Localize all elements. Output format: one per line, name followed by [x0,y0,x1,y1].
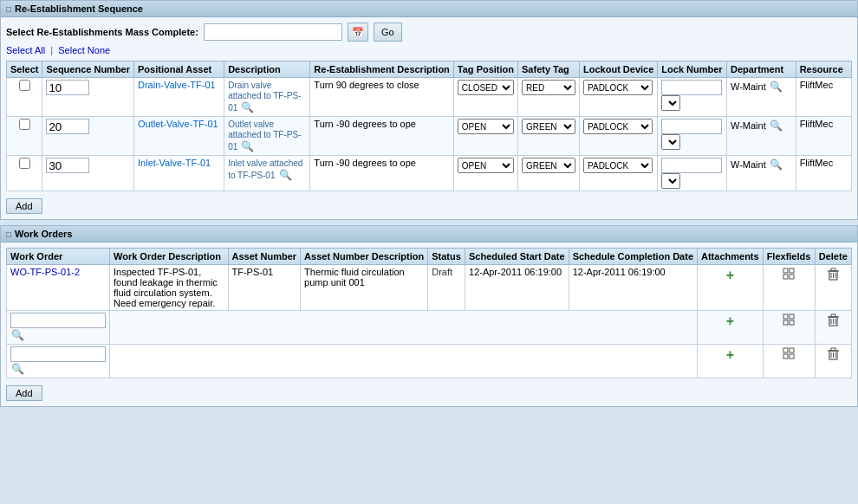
row2-pos-asset-link[interactable]: Outlet-Valve-TF-01 [138,119,218,129]
row3-seq-input[interactable] [46,158,89,173]
row1-tag-pos-cell: CLOSED OPEN [453,78,517,117]
calendar-button[interactable]: 📅 [348,23,368,42]
svg-rect-11 [790,314,794,319]
row1-safety-tag-select[interactable]: RED GREEN [522,80,575,95]
row3-lockout-select[interactable]: PADLOCK [583,158,653,173]
go-button[interactable]: Go [374,23,402,42]
wo1-assetdesc-cell: Thermic fluid circulation pump unit 001 [301,265,428,311]
row1-tag-pos-select[interactable]: CLOSED OPEN [458,80,514,95]
col-sequence: Sequence Number [42,61,134,78]
row2-locknum-select[interactable]: ▼ [661,134,680,150]
wo-col-workorder: Work Order [7,249,110,265]
row1-pos-desc: Drain valve attached to TF-PS-01 [228,81,301,113]
wo-empty-row1-flex [763,311,815,345]
row2-resource-cell: FliftMec [796,117,851,156]
row1-resource-cell: FliftMec [796,78,851,117]
row1-pos-asset-link[interactable]: Drain-Valve-TF-01 [138,80,216,90]
row3-locknum-input[interactable] [661,158,722,173]
row2-pos-desc-cell: Outlet valve attached to TF-PS-01 🔍 [224,117,310,156]
wo1-status: Draft [432,267,452,277]
row1-reest-desc: Turn 90 degrees to close [314,80,419,90]
row3-tag-pos-cell: CLOSED OPEN [453,156,517,191]
row1-seq-cell [42,78,134,117]
row3-checkbox[interactable] [19,158,30,169]
wo-col-startdate: Scheduled Start Date [465,249,569,265]
collapse-icon[interactable]: □ [6,4,11,14]
wo1-compdate-cell: 12-Apr-2011 06:19:00 [569,265,697,311]
wo-empty-row1-flex-btn[interactable] [782,313,796,329]
wo-empty-row1-input[interactable] [10,313,106,328]
grid-icon-3 [783,347,795,359]
row1-locknum-input[interactable] [661,80,722,95]
row3-locknum-select[interactable]: ▼ [661,173,680,189]
wo1-attach-add-btn[interactable]: + [725,267,735,284]
add-sequence-button[interactable]: Add [6,198,42,214]
wo-col-flex: Flexfields [763,249,815,265]
wo1-startdate: 12-Apr-2011 06:19:00 [469,267,562,277]
row3-safety-tag-select[interactable]: RED GREEN [522,158,575,173]
svg-rect-21 [790,348,794,352]
row3-pos-asset-link[interactable]: Inlet-Valve-TF-01 [138,158,211,168]
row2-tag-pos-cell: CLOSED OPEN [453,117,517,156]
row2-pos-search-btn[interactable]: 🔍 [240,139,255,153]
row3-dept-search-btn[interactable]: 🔍 [769,158,783,171]
row1-lockout-cell: PADLOCK [580,78,658,117]
row2-seq-input[interactable] [46,119,89,134]
row3-lockout-cell: PADLOCK [580,156,658,191]
wo1-desc: Inspected TF-PS-01, found leakage in the… [114,267,218,308]
wo-empty-row1-delete-btn[interactable] [827,313,840,330]
row1-reest-desc-cell: Turn 90 degrees to close [310,78,453,117]
row2-safety-tag-cell: RED GREEN [518,117,580,156]
row2-lockout-select[interactable]: PADLOCK [583,119,653,134]
row2-locknum-input[interactable] [661,119,722,134]
add-workorder-button[interactable]: Add [6,385,42,401]
wo1-flex-btn[interactable] [782,267,796,283]
wo1-assetdesc: Thermic fluid circulation pump unit 001 [304,267,405,288]
mass-complete-input[interactable] [204,23,342,41]
row2-dept-search-btn[interactable]: 🔍 [769,119,783,132]
wo-empty-row1-search-btn[interactable]: 🔍 [10,328,25,342]
row2-safety-tag-select[interactable]: RED GREEN [522,119,575,134]
row2-tag-pos-select[interactable]: CLOSED OPEN [458,119,514,134]
wo1-desc-cell: Inspected TF-PS-01, found leakage in the… [110,265,229,311]
row1-seq-input[interactable] [46,80,89,95]
row2-reest-desc-cell: Turn -90 degrees to ope [310,117,453,156]
wo-empty-row2-search-btn[interactable]: 🔍 [10,362,25,376]
svg-rect-20 [783,348,788,352]
wo1-delete-btn[interactable] [827,267,840,284]
row3-select-cell [7,156,42,191]
select-none-link[interactable]: Select None [58,45,110,55]
grid-icon [783,268,795,280]
wo-empty-row2-attach-btn[interactable]: + [725,346,735,364]
select-all-link[interactable]: Select All [6,45,45,55]
row1-checkbox[interactable] [19,80,30,91]
row1-resource: FliftMec [800,80,834,90]
row1-lockout-select[interactable]: PADLOCK [583,80,653,95]
row1-pos-search-btn[interactable]: 🔍 [240,100,255,114]
wo1-startdate-cell: 12-Apr-2011 06:19:00 [465,265,569,311]
wo1-compdate: 12-Apr-2011 06:19:00 [573,267,666,277]
svg-rect-1 [790,268,794,273]
svg-rect-0 [783,268,788,273]
wo-empty-row1-attach-btn[interactable]: + [725,313,735,330]
row2-checkbox[interactable] [19,119,30,130]
row3-pos-search-btn[interactable]: 🔍 [278,168,293,182]
row3-pos-desc-cell: Inlet valve attached to TF-PS-01 🔍 [224,156,310,191]
wo-col-assetnum: Asset Number [228,249,301,265]
mass-complete-label: Select Re-Establishments Mass Complete: [6,27,198,37]
wo-empty-row2-input-cell: 🔍 [7,345,110,378]
wo-empty-row2-delete-btn[interactable] [827,346,840,364]
row3-tag-pos-select[interactable]: CLOSED OPEN [458,158,514,173]
row3-pos-asset-cell: Inlet-Valve-TF-01 [134,156,224,191]
svg-rect-16 [831,314,835,317]
wo-collapse-icon[interactable]: □ [6,229,11,239]
row1-locknum-select[interactable]: ▼ [661,95,680,111]
row1-pos-asset-cell: Drain-Valve-TF-01 [134,78,224,117]
wo-empty-row2-flex-btn[interactable] [782,346,796,363]
row1-dept-search-btn[interactable]: 🔍 [769,80,783,94]
row1-select-cell [7,78,42,117]
wo1-workorder-link[interactable]: WO-TF-PS-01-2 [10,267,80,277]
wo-empty-row2-input[interactable] [10,346,106,362]
trash-icon-2 [828,313,839,326]
col-positional-asset: Positional Asset [134,61,224,78]
